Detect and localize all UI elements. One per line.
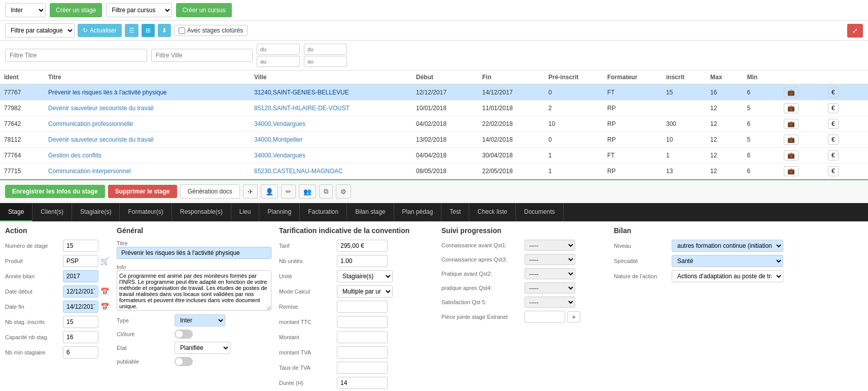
cell-action-briefcase[interactable]: 💼 [780, 101, 824, 116]
stages-clotures-checkbox-label[interactable]: Avec stages clotürés [174, 25, 248, 36]
nb-unites-input[interactable] [337, 255, 388, 267]
share-button[interactable]: ⤢ [847, 24, 863, 38]
cell-action-euro[interactable]: € [824, 101, 868, 116]
filter-title-input[interactable] [5, 49, 147, 62]
cell-action-briefcase[interactable]: 💼 [780, 164, 824, 179]
produit-cart-button[interactable]: 🛒 [100, 257, 109, 265]
briefcase-button[interactable]: 💼 [784, 87, 798, 97]
publiable-toggle[interactable] [175, 357, 193, 366]
euro-button[interactable]: € [828, 135, 839, 145]
tab-documents[interactable]: Documents [516, 203, 564, 221]
filter-city-input[interactable] [151, 49, 253, 62]
save-stage-button[interactable]: Enregistrer les infos du stage [5, 185, 105, 198]
unite-select[interactable]: Stagiaire(s) Groupe [337, 270, 393, 282]
duree-input[interactable] [337, 377, 388, 389]
create-stage-button[interactable]: Créer un stage [50, 3, 102, 17]
briefcase-button[interactable]: 💼 [784, 119, 798, 129]
montant-ttc-input[interactable] [337, 316, 388, 328]
prat-apres-select[interactable]: ----- [525, 282, 575, 294]
cell-action-briefcase[interactable]: 💼 [780, 116, 824, 132]
conn-apres-select[interactable]: ----- [525, 254, 575, 265]
remise-input[interactable] [337, 301, 388, 313]
date-fin-calendar-button[interactable]: 📅 [100, 303, 109, 311]
montant-tva-input[interactable] [337, 346, 388, 359]
prat-avant-select[interactable]: ----- [525, 268, 575, 279]
table-row[interactable]: 78112 Devenir sauveteur secouriste du tr… [0, 132, 868, 148]
export-button[interactable]: ⬇ [158, 24, 171, 37]
refresh-button[interactable]: ↻ Actualiser [78, 24, 122, 37]
montant-input[interactable] [337, 331, 388, 343]
tab-planpdag[interactable]: Plan pédag [394, 203, 442, 221]
tab-lieu[interactable]: Lieu [231, 203, 260, 221]
titre-input[interactable] [117, 247, 271, 259]
briefcase-button[interactable]: 💼 [784, 135, 798, 145]
edit-icon-button[interactable]: ✏ [281, 184, 296, 199]
user-icon-button[interactable]: 👤 [261, 184, 278, 199]
piece-jointe-input[interactable] [525, 311, 565, 323]
cell-action-briefcase[interactable]: 💼 [780, 132, 824, 148]
briefcase-button[interactable]: 💼 [784, 166, 798, 176]
send-icon-button[interactable]: ✈ [243, 184, 258, 199]
cell-action-euro[interactable]: € [824, 116, 868, 132]
filter-catalogue-select[interactable]: Filtre par catalogue [5, 23, 75, 38]
tarif-input[interactable] [337, 240, 388, 252]
tab-planning[interactable]: Planning [259, 203, 300, 221]
gen-doc-button[interactable]: Génération docs [180, 184, 240, 199]
table-row[interactable]: 77982 Devenir sauveteur secouriste du tr… [0, 101, 868, 116]
tab-test[interactable]: Test [441, 203, 469, 221]
filter-type-select[interactable]: Inter Intra Tous [5, 3, 46, 17]
table-row[interactable]: 77715 Communication interpersonnel 65230… [0, 164, 868, 179]
tab-facturation[interactable]: Facturation [300, 203, 347, 221]
create-cursus-button[interactable]: Créer un cursus [176, 3, 231, 17]
cell-action-euro[interactable]: € [824, 148, 868, 164]
cell-action-briefcase[interactable]: 💼 [780, 148, 824, 164]
briefcase-button[interactable]: 💼 [784, 150, 798, 160]
cloture-toggle[interactable] [175, 330, 193, 339]
euro-button[interactable]: € [828, 166, 839, 176]
euro-button[interactable]: € [828, 119, 839, 129]
table-row[interactable]: 77767 Prévenir les risques liés à l'acti… [0, 84, 868, 101]
table-row[interactable]: 77764 Gestion des conflits 34000,Vendarg… [0, 148, 868, 164]
cell-action-briefcase[interactable]: 💼 [780, 84, 824, 101]
specialite-select[interactable]: Santé [672, 255, 783, 267]
list-view-button[interactable]: ☰ [125, 24, 138, 37]
niveau-select[interactable]: autres formation continue (initiation,pe… [672, 240, 783, 252]
type-select[interactable]: Inter Intra [175, 314, 225, 327]
delete-stage-button[interactable]: Supprimer le stage [108, 185, 177, 198]
settings-icon-button[interactable]: ⚙ [336, 184, 351, 199]
conn-avant-select[interactable]: ----- [525, 240, 575, 251]
info-textarea[interactable]: Ce programme est animé par des moniteurs… [117, 270, 271, 311]
input-date-debut[interactable] [63, 285, 98, 298]
briefcase-button[interactable]: 💼 [784, 103, 798, 113]
stages-clotures-checkbox[interactable] [179, 27, 185, 34]
cell-action-euro[interactable]: € [824, 164, 868, 179]
tab-bilanstage[interactable]: Bilan stage [347, 203, 394, 221]
nature-action-select[interactable]: Actions d'adaptation au poste de travail… [672, 270, 783, 282]
tab-responsables[interactable]: Responsable(s) [172, 203, 231, 221]
add-user-icon-button[interactable]: 👥 [299, 184, 316, 199]
date-to-1-input[interactable] [257, 56, 300, 67]
input-nb-stag-inscrits[interactable] [63, 316, 98, 328]
cell-action-euro[interactable]: € [824, 132, 868, 148]
euro-button[interactable]: € [828, 87, 839, 97]
piece-jointe-add-button[interactable]: + [567, 311, 580, 322]
mode-calcul-select[interactable]: Multiple par unité Forfait [337, 285, 393, 298]
taux-tva-input[interactable] [337, 362, 388, 374]
date-from-1-input[interactable] [257, 44, 300, 55]
filter-cursus-select[interactable]: Filtre par cursus [106, 3, 172, 17]
tab-formateurs[interactable]: Formateur(s) [120, 203, 171, 221]
input-annee-bilan[interactable] [63, 270, 98, 282]
input-nb-min-stagiaire[interactable] [63, 346, 98, 359]
tab-stagiaires[interactable]: Stagiaire(s) [72, 203, 120, 221]
grid-view-button[interactable]: ⊞ [142, 24, 155, 37]
date-debut-calendar-button[interactable]: 📅 [100, 287, 109, 296]
input-produit[interactable] [63, 255, 98, 267]
input-num-stage[interactable] [63, 240, 98, 252]
tab-clients[interactable]: Client(s) [32, 203, 72, 221]
table-row[interactable]: 77642 Communication professionnelle 3400… [0, 116, 868, 132]
cell-action-euro[interactable]: € [824, 84, 868, 101]
date-from-2-input[interactable] [304, 44, 347, 55]
tab-checkliste[interactable]: Check liste [469, 203, 516, 221]
euro-button[interactable]: € [828, 103, 839, 113]
input-date-fin[interactable] [63, 301, 98, 313]
